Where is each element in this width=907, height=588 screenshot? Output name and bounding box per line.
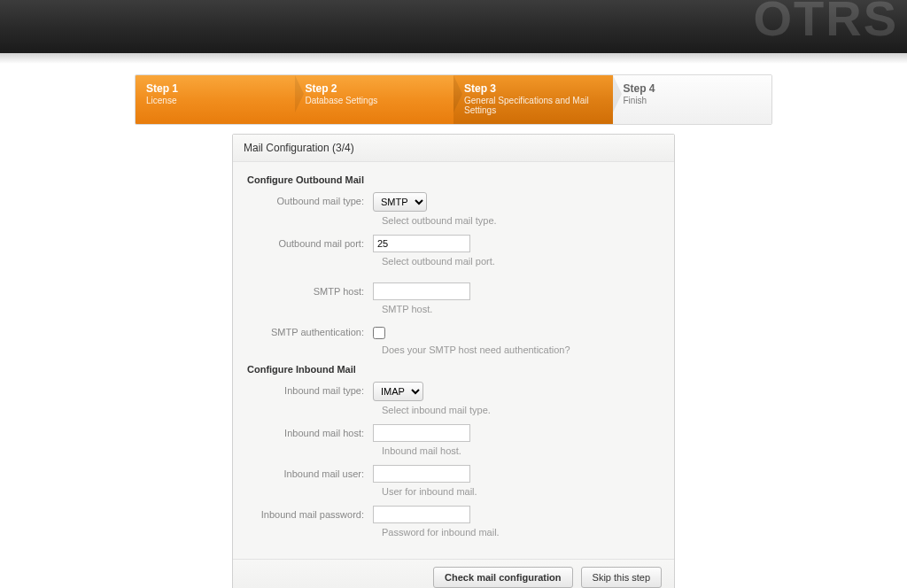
hint-inbound-user: User for inbound mail. xyxy=(382,486,660,497)
field-label: Inbound mail password: xyxy=(247,506,373,520)
inbound-mail-user-input[interactable] xyxy=(373,465,470,483)
field-label: Outbound mail port: xyxy=(247,235,373,249)
outbound-mail-type-select[interactable]: SMTP xyxy=(373,192,427,212)
hint-smtp-host: SMTP host. xyxy=(382,304,660,314)
hint-outbound-port: Select outbound mail port. xyxy=(382,256,660,267)
smtp-auth-checkbox[interactable] xyxy=(373,327,385,339)
hint-smtp-auth: Does your SMTP host need authentication? xyxy=(382,344,660,355)
field-inbound-mail-user: Inbound mail user: xyxy=(247,465,660,483)
check-mail-config-button[interactable]: Check mail configuration xyxy=(433,567,572,588)
field-label: SMTP host: xyxy=(247,282,373,297)
hint-inbound-pass: Password for inbound mail. xyxy=(382,527,660,538)
step-subtitle: General Specifications and Mail Settings xyxy=(464,96,602,115)
field-outbound-mail-port: Outbound mail port: xyxy=(247,235,660,252)
step-title: Step 4 xyxy=(624,82,762,95)
field-label: SMTP authentication: xyxy=(247,323,373,337)
step-3[interactable]: Step 3 General Specifications and Mail S… xyxy=(454,75,613,124)
inbound-mail-host-input[interactable] xyxy=(373,424,470,442)
field-inbound-mail-host: Inbound mail host: xyxy=(247,424,660,442)
inbound-mail-type-select[interactable]: IMAP xyxy=(373,382,423,401)
step-4: Step 4 Finish xyxy=(613,75,772,124)
field-outbound-mail-type: Outbound mail type: SMTP xyxy=(247,192,660,212)
step-title: Step 3 xyxy=(464,82,602,95)
header-shadow xyxy=(0,53,907,64)
field-smtp-auth: SMTP authentication: xyxy=(247,323,660,341)
field-smtp-host: SMTP host: xyxy=(247,282,660,300)
skip-step-button[interactable]: Skip this step xyxy=(581,567,662,588)
field-label: Inbound mail user: xyxy=(247,465,373,479)
field-inbound-mail-password: Inbound mail password: xyxy=(247,506,660,523)
hint-inbound-type: Select inbound mail type. xyxy=(382,405,660,415)
panel-title: Mail Configuration (3/4) xyxy=(233,135,674,162)
app-header: OTRS xyxy=(0,0,907,53)
step-1[interactable]: Step 1 License xyxy=(136,75,295,124)
section-inbound-title: Configure Inbound Mail xyxy=(247,364,660,375)
inbound-mail-password-input[interactable] xyxy=(373,506,470,523)
outbound-mail-port-input[interactable] xyxy=(373,235,470,252)
step-subtitle: License xyxy=(146,96,284,105)
field-label: Inbound mail type: xyxy=(247,382,373,396)
hint-outbound-type: Select outbound mail type. xyxy=(382,215,660,226)
step-subtitle: Finish xyxy=(624,96,762,105)
step-title: Step 1 xyxy=(146,82,284,95)
logo-text: OTRS xyxy=(753,0,898,47)
step-2[interactable]: Step 2 Database Settings xyxy=(295,75,454,124)
wizard-steps: Step 1 License Step 2 Database Settings … xyxy=(135,74,772,125)
section-outbound-title: Configure Outbound Mail xyxy=(247,174,660,185)
hint-inbound-host: Inbound mail host. xyxy=(382,445,660,456)
mail-config-panel: Mail Configuration (3/4) Configure Outbo… xyxy=(232,134,675,588)
field-inbound-mail-type: Inbound mail type: IMAP xyxy=(247,382,660,401)
field-label: Inbound mail host: xyxy=(247,424,373,438)
step-subtitle: Database Settings xyxy=(306,96,444,105)
panel-actions: Check mail configuration Skip this step xyxy=(233,559,674,588)
step-title: Step 2 xyxy=(306,82,444,95)
field-label: Outbound mail type: xyxy=(247,192,373,206)
smtp-host-input[interactable] xyxy=(373,282,470,300)
